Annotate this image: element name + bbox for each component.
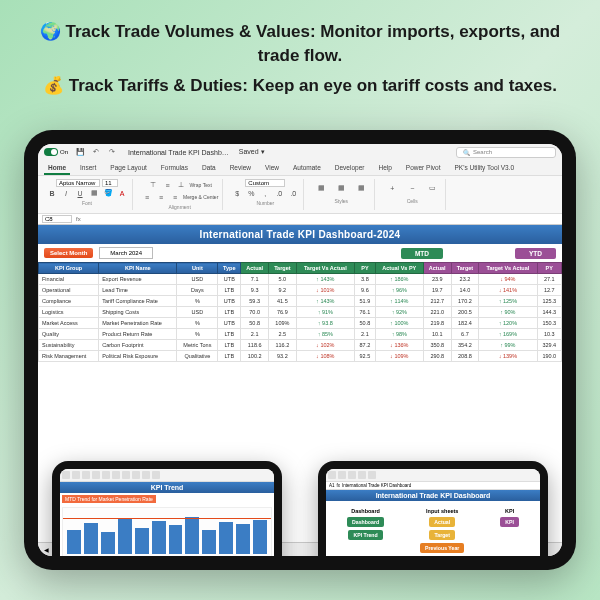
table-cell[interactable]: ↑ 100%	[375, 318, 423, 329]
table-cell[interactable]: 208.8	[451, 351, 478, 362]
table-cell[interactable]: 76.1	[355, 307, 376, 318]
table-cell[interactable]: 50.8	[241, 318, 269, 329]
table-cell[interactable]: 116.2	[269, 340, 296, 351]
format-cells-button[interactable]: ▭	[423, 179, 441, 197]
table-cell[interactable]: Logistics	[39, 307, 99, 318]
table-cell[interactable]: ↑ 90%	[479, 307, 537, 318]
nav-actual-button[interactable]: Actual	[429, 517, 455, 527]
delete-cells-button[interactable]: −	[403, 179, 421, 197]
table-cell[interactable]: 125.3	[537, 296, 561, 307]
table-cell[interactable]: ↑ 120%	[479, 318, 537, 329]
table-cell[interactable]: 9.2	[269, 285, 296, 296]
table-cell[interactable]: 93.2	[269, 351, 296, 362]
th-type[interactable]: Type	[218, 263, 241, 274]
table-cell[interactable]: ↓ 108%	[296, 351, 354, 362]
table-cell[interactable]: 10.3	[537, 329, 561, 340]
redo-icon[interactable]: ↷	[106, 146, 118, 158]
fx-icon[interactable]: fx	[76, 216, 81, 222]
th-m-tva[interactable]: Target Vs Actual	[296, 263, 354, 274]
insert-cells-button[interactable]: +	[383, 179, 401, 197]
tab-page-layout[interactable]: Page Layout	[106, 162, 151, 175]
table-cell[interactable]: 14.0	[451, 285, 478, 296]
align-top-icon[interactable]: ⊤	[147, 179, 159, 191]
save-icon[interactable]: 💾	[74, 146, 86, 158]
table-cell[interactable]: ↑ 169%	[479, 329, 537, 340]
table-row[interactable]: QualityProduct Return Rate%LTB2.12.5↑ 85…	[39, 329, 562, 340]
table-cell[interactable]: ↑ 114%	[375, 296, 423, 307]
table-cell[interactable]: Quality	[39, 329, 99, 340]
table-cell[interactable]: UTB	[218, 318, 241, 329]
table-cell[interactable]: LTB	[218, 329, 241, 340]
table-cell[interactable]: ↓ 94%	[479, 274, 537, 285]
merge-button[interactable]: Merge & Center	[183, 191, 218, 203]
mini2-formula-value[interactable]: International Trade KPI Dashboard	[342, 483, 411, 488]
nav-kpi-trend-button[interactable]: KPI Trend	[348, 530, 382, 540]
table-row[interactable]: OperationalLead TimeDaysLTB9.39.2↓ 101%9…	[39, 285, 562, 296]
table-cell[interactable]: UTB	[218, 274, 241, 285]
nav-kpi-button[interactable]: KPI	[500, 517, 519, 527]
table-cell[interactable]: ↑ 143%	[296, 274, 354, 285]
tab-addin[interactable]: PK's Utility Tool V3.0	[451, 162, 519, 175]
italic-icon[interactable]: I	[60, 187, 72, 199]
autosave-toggle[interactable]: On	[44, 148, 68, 156]
font-size-select[interactable]: 11	[102, 179, 118, 187]
table-cell[interactable]: 76.9	[269, 307, 296, 318]
table-cell[interactable]: 2.1	[241, 329, 269, 340]
table-cell[interactable]: 190.0	[537, 351, 561, 362]
conditional-formatting-button[interactable]: ▦	[312, 179, 330, 197]
table-cell[interactable]: ↑ 85%	[296, 329, 354, 340]
saved-indicator[interactable]: Saved ▾	[239, 148, 265, 156]
currency-icon[interactable]: $	[231, 187, 243, 199]
number-format-select[interactable]: Custom	[245, 179, 285, 187]
table-cell[interactable]: Metric Tons	[177, 340, 218, 351]
mini1-chart[interactable]	[62, 507, 272, 556]
table-cell[interactable]: ↓ 109%	[375, 351, 423, 362]
format-table-button[interactable]: ▦	[332, 179, 350, 197]
search-input[interactable]: 🔍 Search	[456, 147, 556, 158]
table-cell[interactable]: Market Penetration Rate	[99, 318, 177, 329]
table-cell[interactable]: 12.7	[537, 285, 561, 296]
font-color-icon[interactable]: A	[116, 187, 128, 199]
tab-power-pivot[interactable]: Power Pivot	[402, 162, 445, 175]
table-cell[interactable]: Qualitative	[177, 351, 218, 362]
decrease-decimal-icon[interactable]: .0	[287, 187, 299, 199]
table-cell[interactable]: 87.2	[355, 340, 376, 351]
table-cell[interactable]: Export Revenue	[99, 274, 177, 285]
nav-prev-year-button[interactable]: Previous Year	[420, 543, 464, 553]
th-group[interactable]: KPI Group	[39, 263, 99, 274]
table-cell[interactable]: 221.0	[423, 307, 451, 318]
cell-styles-button[interactable]: ▦	[352, 179, 370, 197]
table-cell[interactable]: ↑ 96%	[375, 285, 423, 296]
align-right-icon[interactable]: ≡	[169, 191, 181, 203]
tab-review[interactable]: Review	[226, 162, 255, 175]
th-m-actual[interactable]: Actual	[241, 263, 269, 274]
table-cell[interactable]: 7.1	[241, 274, 269, 285]
mini2-name-box[interactable]: A1	[329, 483, 335, 488]
worksheet[interactable]: International Trade KPI Dashboard-2024 S…	[38, 225, 562, 362]
table-cell[interactable]: ↓ 141%	[479, 285, 537, 296]
table-row[interactable]: Market AccessMarket Penetration Rate%UTB…	[39, 318, 562, 329]
mini2-fx-icon[interactable]: fx	[337, 483, 341, 488]
table-row[interactable]: SustainabilityCarbon FootprintMetric Ton…	[39, 340, 562, 351]
comma-icon[interactable]: ,	[259, 187, 271, 199]
tab-developer[interactable]: Developer	[331, 162, 369, 175]
tab-view[interactable]: View	[261, 162, 283, 175]
table-cell[interactable]: 100.2	[241, 351, 269, 362]
th-m-avp[interactable]: Actual Vs PY	[375, 263, 423, 274]
table-cell[interactable]: ↑ 186%	[375, 274, 423, 285]
table-cell[interactable]: 329.4	[537, 340, 561, 351]
th-name[interactable]: KPI Name	[99, 263, 177, 274]
table-row[interactable]: LogisticsShipping CostsUSDLTB70.076.9↑ 9…	[39, 307, 562, 318]
table-cell[interactable]: Product Return Rate	[99, 329, 177, 340]
table-cell[interactable]: LTB	[218, 351, 241, 362]
table-cell[interactable]: %	[177, 318, 218, 329]
table-cell[interactable]: Operational	[39, 285, 99, 296]
table-cell[interactable]: Compliance	[39, 296, 99, 307]
tab-automate[interactable]: Automate	[289, 162, 325, 175]
table-cell[interactable]: 19.7	[423, 285, 451, 296]
table-cell[interactable]: Days	[177, 285, 218, 296]
table-cell[interactable]: 50.8	[355, 318, 376, 329]
table-row[interactable]: FinancialExport RevenueUSDUTB7.15.0↑ 143…	[39, 274, 562, 285]
table-cell[interactable]: ↓ 139%	[479, 351, 537, 362]
table-cell[interactable]: 170.2	[451, 296, 478, 307]
